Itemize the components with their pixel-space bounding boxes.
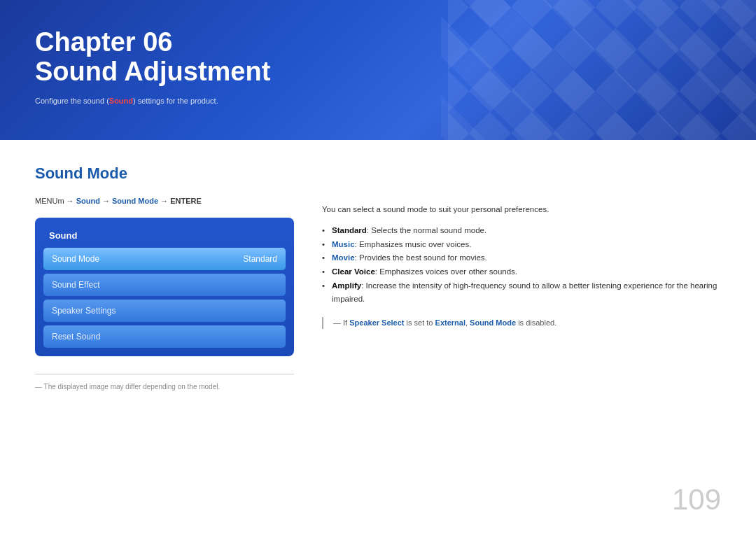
menu-item-sound-mode-label: Sound Mode xyxy=(52,254,99,264)
menu-path-soundmode: Sound Mode xyxy=(112,197,158,205)
menu-path-entere: ENTERE xyxy=(170,197,202,205)
term-clearvoice: Clear Voice xyxy=(332,267,375,276)
section-title: Sound Mode xyxy=(35,164,294,183)
main-content: Sound Mode MENUm → Sound → Sound Mode → … xyxy=(0,140,756,412)
footnote-area: ― The displayed image may differ dependi… xyxy=(35,374,294,391)
text-standard: : Selects the normal sound mode. xyxy=(367,226,486,234)
sound-menu-box: Sound Sound Mode Standard Sound Effect S… xyxy=(35,218,294,356)
menu-path-arrow2: → xyxy=(158,197,170,205)
menu-item-reset-sound[interactable]: Reset Sound xyxy=(43,325,286,348)
text-movie: : Provides the best sound for movies. xyxy=(355,253,487,262)
text-clearvoice: : Emphasizes voices over other sounds. xyxy=(375,267,517,276)
chapter-title: Chapter 06 xyxy=(35,28,721,57)
text-amplify: : Increase the intensity of high-frequen… xyxy=(332,281,717,304)
left-panel: Sound Mode MENUm → Sound → Sound Mode → … xyxy=(35,164,294,391)
menu-item-sound-mode-value: Standard xyxy=(243,254,277,264)
header-banner: Chapter 06 Sound Adjustment Configure th… xyxy=(0,0,756,140)
menu-item-reset-sound-label: Reset Sound xyxy=(52,332,100,342)
term-movie: Movie xyxy=(332,253,355,262)
list-item-clearvoice: Clear Voice: Emphasizes voices over othe… xyxy=(322,265,721,279)
list-item-music: Music: Emphasizes music over voices. xyxy=(322,238,721,252)
term-music: Music xyxy=(332,240,355,248)
list-item-standard: Standard: Selects the normal sound mode. xyxy=(322,224,721,238)
note-prefix: ― If xyxy=(333,318,349,327)
note-suffix: is disabled. xyxy=(516,318,556,327)
intro-text: You can select a sound mode to suit your… xyxy=(322,203,721,216)
menu-item-speaker-settings[interactable]: Speaker Settings xyxy=(43,300,286,322)
list-item-amplify: Amplify: Increase the intensity of high-… xyxy=(322,279,721,307)
note-speaker-select: Speaker Select xyxy=(349,318,404,327)
menu-path-arrow1: → xyxy=(100,197,112,205)
desc-suffix: ) settings for the product. xyxy=(133,97,218,105)
desc-highlight: Sound xyxy=(109,97,133,105)
menu-path-sound: Sound xyxy=(76,197,100,205)
menu-path: MENUm → Sound → Sound Mode → ENTERE xyxy=(35,197,294,205)
page-title: Sound Adjustment xyxy=(35,57,721,87)
footnote-text: ― The displayed image may differ dependi… xyxy=(35,383,294,391)
menu-item-sound-mode[interactable]: Sound Mode Standard xyxy=(43,248,286,270)
text-music: : Emphasizes music over voices. xyxy=(355,240,472,248)
sound-menu-header: Sound xyxy=(43,226,286,248)
note-middle: is set to xyxy=(405,318,435,327)
menu-item-speaker-settings-label: Speaker Settings xyxy=(52,306,115,316)
menu-path-prefix: MENUm → xyxy=(35,197,76,205)
term-standard: Standard xyxy=(332,226,367,234)
bullet-list: Standard: Selects the normal sound mode.… xyxy=(322,224,721,306)
note-text: ― If Speaker Select is set to External, … xyxy=(322,317,721,330)
page-number: 109 xyxy=(672,483,721,517)
note-sound-mode: Sound Mode xyxy=(470,318,516,327)
list-item-movie: Movie: Provides the best sound for movie… xyxy=(322,251,721,265)
header-description: Configure the sound (Sound) settings for… xyxy=(35,97,721,105)
menu-item-sound-effect[interactable]: Sound Effect xyxy=(43,274,286,296)
term-amplify: Amplify xyxy=(332,281,361,290)
menu-item-sound-effect-label: Sound Effect xyxy=(52,280,100,290)
desc-prefix: Configure the sound ( xyxy=(35,97,109,105)
right-panel: You can select a sound mode to suit your… xyxy=(322,164,721,391)
note-external: External xyxy=(435,318,465,327)
